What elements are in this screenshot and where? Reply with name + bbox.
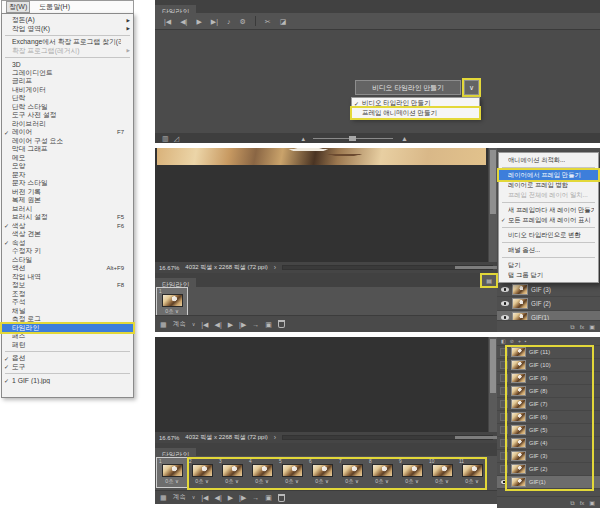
layer-thumbnail[interactable] (511, 438, 526, 448)
frame-thumbnail[interactable] (222, 464, 243, 477)
frame-duration[interactable]: 0초 ∨ (219, 478, 245, 485)
next-frame-icon[interactable]: |▶ (239, 321, 246, 328)
status-chevron-icon[interactable]: › (274, 264, 276, 271)
delete-frame-icon[interactable] (278, 320, 285, 328)
vertical-scrollbar[interactable] (488, 148, 497, 262)
animation-frame[interactable]: 4 0초 ∨ (247, 458, 277, 487)
link-layers-icon[interactable]: ⧉ (570, 500, 574, 506)
visibility-toggle[interactable] (500, 287, 509, 292)
layer-row[interactable]: GIF (4) (497, 437, 600, 450)
layer-row[interactable]: GIF (9) (497, 372, 600, 385)
layer-row[interactable]: GIF (11) (497, 346, 600, 359)
layer-row[interactable]: GIF (5) (497, 424, 600, 437)
audio-icon[interactable]: ♪ (227, 18, 231, 25)
first-frame-icon[interactable]: |◀ (201, 321, 208, 328)
layer-mask-icon[interactable]: ▣ (589, 500, 595, 506)
menu-item[interactable]: 패턴 (2, 341, 133, 350)
animation-frame[interactable]: 11 0초 ∨ (457, 458, 487, 487)
new-frame-icon[interactable]: ▣ (265, 494, 272, 501)
menu-item[interactable]: 타임라인 (2, 324, 133, 333)
context-menu-item[interactable] (502, 202, 595, 203)
frame-thumbnail[interactable] (162, 464, 183, 477)
visibility-toggle[interactable] (500, 413, 508, 421)
frame-duration[interactable]: 0초 ∨ (309, 478, 335, 485)
frame-thumbnail[interactable] (342, 464, 363, 477)
timeline-mode-chevron-button[interactable]: ∨ (464, 80, 479, 95)
menu-item[interactable]: 1 GIF (1).jpg (2, 376, 133, 385)
dropdown-item[interactable]: 비디오 타임라인 만들기 (352, 98, 479, 108)
context-menu-item[interactable]: 레이어로 프레임 병합 (499, 180, 598, 190)
frame-thumbnail[interactable] (162, 294, 183, 307)
frame-duration[interactable]: 0초 ∨ (159, 308, 185, 315)
layer-thumbnail[interactable] (511, 373, 526, 383)
context-menu-item[interactable]: 비디오 타임라인으로 변환 (499, 230, 598, 240)
layer-thumbnail[interactable] (511, 386, 526, 396)
animation-frame[interactable]: 1 0초 ∨ (157, 288, 187, 317)
frame-thumbnail[interactable] (282, 464, 303, 477)
animation-frame[interactable]: 7 0초 ∨ (337, 458, 367, 487)
prev-frame-icon[interactable]: ◀| (180, 18, 187, 25)
context-menu-item[interactable]: 애니메이션 최적화... (499, 155, 598, 165)
play-icon[interactable]: ▶ (228, 494, 233, 501)
context-menu-item[interactable]: 패널 옵션... (499, 245, 598, 255)
context-menu-item[interactable] (502, 167, 595, 168)
context-menu-item[interactable]: 모든 프레임에 새 레이어 표시 (499, 215, 598, 225)
animation-frame[interactable]: 6 0초 ∨ (307, 458, 337, 487)
animation-frame[interactable]: 1 0초 ∨ (157, 458, 187, 487)
layer-row[interactable]: GIF (8) (497, 385, 600, 398)
menu-item[interactable] (5, 57, 130, 58)
layer-effects-icon[interactable]: fx (580, 324, 585, 330)
visibility-toggle[interactable] (500, 374, 508, 382)
layer-row[interactable]: GIF (2) (497, 297, 600, 311)
layer-row[interactable]: GIF (10) (497, 359, 600, 372)
convert-to-video-icon[interactable]: ▦ (160, 494, 167, 501)
layer-row[interactable]: GIF (3) (497, 283, 600, 297)
lock-all-icon[interactable]: ▪ (525, 338, 527, 344)
zoom-out-mountain-icon[interactable]: ▴ (302, 135, 306, 142)
layer-row[interactable]: GIF(1) (497, 476, 600, 489)
link-layers-icon[interactable]: ⧉ (570, 324, 574, 330)
panel-menu-button[interactable]: ▤ (482, 275, 496, 286)
menu-item[interactable]: 도구 (2, 363, 133, 372)
context-menu-item[interactable]: 닫기 (499, 260, 598, 270)
layer-row[interactable]: GIF (6) (497, 411, 600, 424)
lock-position-icon[interactable]: + (518, 338, 521, 344)
context-menu-item[interactable]: 프레임 전체에 레이어 일치... (499, 190, 598, 200)
visibility-toggle[interactable] (500, 439, 508, 447)
first-frame-icon[interactable]: |◀ (164, 18, 171, 25)
horizontal-scrollbar[interactable] (282, 435, 493, 440)
loop-option-label[interactable]: 계속 (173, 493, 186, 502)
lock-transparent-icon[interactable]: ◧ (501, 338, 506, 344)
tween-icon[interactable]: → (252, 494, 259, 501)
prev-frame-icon[interactable]: ◀| (215, 321, 222, 328)
frame-duration[interactable]: 0초 ∨ (189, 478, 215, 485)
visibility-toggle[interactable] (500, 400, 508, 408)
context-menu-item[interactable] (502, 227, 595, 228)
zoom-level[interactable]: 16.67% (159, 265, 179, 271)
lock-pixels-icon[interactable]: ⊘ (510, 338, 514, 344)
visibility-toggle[interactable] (500, 465, 508, 473)
menu-item[interactable]: 작업 영역(K) (2, 25, 133, 34)
animation-frame[interactable]: 2 0초 ∨ (187, 458, 217, 487)
delete-frame-icon[interactable] (278, 494, 285, 502)
animation-frame[interactable]: 3 0초 ∨ (217, 458, 247, 487)
play-icon[interactable]: ▶ (228, 321, 233, 328)
frame-duration[interactable]: 0초 ∨ (339, 478, 365, 485)
visibility-toggle[interactable] (500, 426, 508, 434)
frame-duration[interactable]: 0초 ∨ (459, 478, 485, 485)
context-menu-item[interactable] (502, 242, 595, 243)
play-icon[interactable]: ▶ (196, 18, 201, 25)
animation-frame[interactable]: 10 0초 ∨ (427, 458, 457, 487)
status-chevron-icon[interactable]: › (274, 434, 276, 441)
flatten-frames-icon[interactable]: ◿ (174, 135, 179, 142)
layer-thumbnail[interactable] (511, 347, 526, 357)
layer-effects-icon[interactable]: fx (580, 500, 585, 506)
layer-thumbnail[interactable] (511, 451, 526, 461)
settings-icon[interactable]: ⚙ (240, 18, 246, 25)
visibility-toggle[interactable] (500, 361, 508, 369)
next-frame-icon[interactable]: ▶| (211, 18, 218, 25)
frame-duration[interactable]: 0초 ∨ (369, 478, 395, 485)
frame-thumbnail[interactable] (462, 464, 483, 477)
transition-icon[interactable]: ◪ (280, 18, 287, 25)
timeline-zoom-slider[interactable] (313, 138, 393, 139)
